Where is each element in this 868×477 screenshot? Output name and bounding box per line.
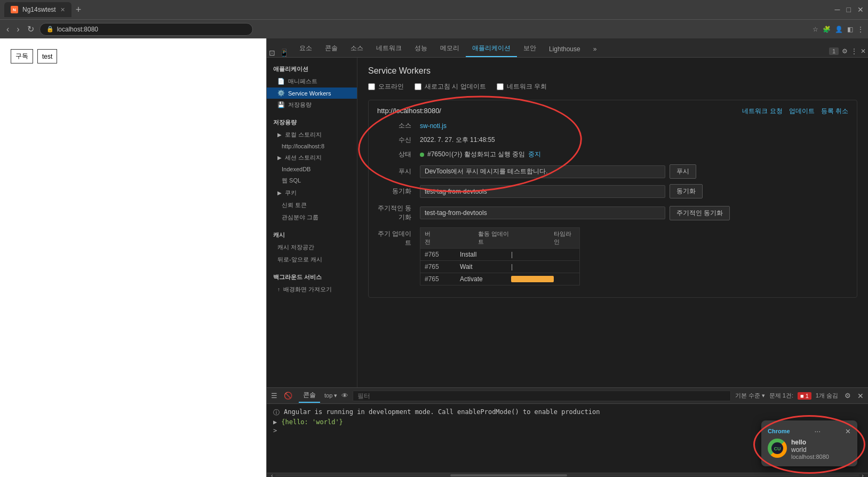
back-button[interactable]: ‹ [4, 22, 11, 36]
sw-periodic-sync-input[interactable] [420, 206, 665, 219]
refresh-button[interactable]: ↻ [25, 22, 36, 36]
devtools-close-icon[interactable]: ✕ [861, 47, 866, 55]
sidebar-localhost-entry[interactable]: http://localhost:8 [267, 141, 357, 152]
subscribe-button[interactable]: 구독 [11, 49, 33, 63]
sw-periodic-sync-button[interactable]: 주기적인 동기화 [670, 206, 730, 220]
devtools-settings-icon[interactable]: ⚙ [842, 47, 848, 55]
tab-lighthouse[interactable]: Lighthouse [543, 42, 587, 57]
test-button[interactable]: test [37, 49, 57, 63]
console-filter-input[interactable] [353, 391, 730, 401]
scroll-left-arrow[interactable]: ‹ [269, 472, 275, 478]
side-panel-icon[interactable]: ◧ [847, 26, 853, 33]
offline-option[interactable]: 오프라인 [368, 82, 404, 91]
table-row: #765 Activate [420, 273, 579, 285]
network-bypass-option[interactable]: 네트워크 우회 [497, 82, 547, 91]
sidebar-bfcache[interactable]: 뒤로-앞으로 캐시 [267, 253, 357, 266]
tab-console[interactable]: 콘솔 [318, 41, 344, 57]
sidebar-websql-label: 웹 SQL [282, 177, 301, 185]
horizontal-scrollbar[interactable]: ‹ › [267, 473, 868, 477]
sidebar-section-cache: 캐시 [267, 228, 357, 241]
notification-menu-dots[interactable]: ··· [814, 427, 821, 435]
sidebar-bg-fetch[interactable]: ↑ 배경화면 가져오기 [267, 283, 357, 296]
sw-received-label: 수신 [377, 136, 420, 145]
scroll-right-arrow[interactable]: › [859, 472, 866, 478]
sidebar-websql[interactable]: 웹 SQL [267, 174, 357, 187]
issues-count-badge[interactable]: ■ 1 [798, 392, 811, 400]
network-bypass-label: 네트워크 우회 [507, 82, 547, 91]
device-icon[interactable]: 📱 [280, 49, 289, 57]
inspect-icon[interactable]: ⊡ [269, 49, 275, 57]
sw-sync-button[interactable]: 동기화 [670, 184, 703, 198]
sidebar-indexeddb[interactable]: IndexedDB [267, 164, 357, 174]
sidebar-local-storage[interactable]: ▶ 로컬 스토리지 [267, 129, 357, 141]
minimize-icon[interactable]: ─ [835, 5, 840, 14]
log-level-selector[interactable]: 기본 수준 ▾ [735, 392, 765, 400]
devtools-tabs: ⊡ 📱 요소 콘솔 소스 네트워크 성능 메모리 애플리케이션 보안 Light… [267, 38, 868, 58]
browser-tab[interactable]: N Ng14swtest ✕ [4, 2, 71, 17]
console-clear-button[interactable]: 🚫 [282, 391, 294, 401]
console-expand-arrow[interactable]: ▶ [273, 418, 277, 426]
unregister-link[interactable]: 등록 취소 [821, 107, 848, 116]
notification-app-icon: CU [768, 439, 787, 458]
sidebar-indexeddb-label: IndexedDB [282, 166, 310, 172]
sidebar-interest-groups[interactable]: 관심분야 그룹 [267, 211, 357, 224]
sidebar-bfcache-label: 뒤로-앞으로 캐시 [277, 256, 322, 264]
close-window-icon[interactable]: ✕ [857, 5, 864, 14]
reload-option[interactable]: 새로고침 시 업데이트 [415, 82, 486, 91]
sidebar-trust-tokens[interactable]: 신뢰 토큰 [267, 199, 357, 211]
maximize-icon[interactable]: □ [847, 5, 851, 14]
devtools-sidebar: 애플리케이션 📄 매니페스트 ⚙️ Service Workers 💾 저장용량… [267, 58, 357, 387]
sw-push-input[interactable] [420, 165, 665, 178]
sidebar-session-storage[interactable]: ▶ 세션 스토리지 [267, 152, 357, 164]
network-request-link[interactable]: 네트워크 요청 [742, 107, 782, 116]
table-row: #765 Install | [420, 248, 579, 260]
sidebar-item-storage[interactable]: 💾 저장용량 [267, 99, 357, 111]
devtools-more-icon[interactable]: ⋮ [851, 47, 857, 55]
update-link[interactable]: 업데이트 [789, 107, 815, 116]
bg-arrow: ↑ [277, 287, 280, 292]
tab-elements[interactable]: 요소 [293, 41, 318, 57]
offline-checkbox[interactable] [368, 83, 375, 90]
tab-more[interactable]: » [587, 42, 603, 57]
eye-icon[interactable]: 👁 [341, 392, 348, 400]
console-sidebar-toggle[interactable]: ☰ [271, 392, 277, 400]
issues-count-label: 문제 1건: [769, 392, 793, 400]
tab-application[interactable]: 애플리케이션 [466, 41, 517, 57]
issues-badge[interactable]: 1 [829, 47, 839, 55]
tab-memory[interactable]: 메모리 [434, 41, 466, 57]
sw-source-link[interactable]: sw-noti.js [420, 122, 447, 130]
sidebar-cookies[interactable]: ▶ 쿠키 [267, 187, 357, 199]
forward-button[interactable]: › [14, 22, 21, 36]
console-tab[interactable]: 콘솔 [299, 388, 320, 403]
console-log-line: ⓘ Angular is running in development mode… [273, 408, 862, 417]
sw-stop-link[interactable]: 중지 [528, 150, 541, 159]
profile-icon[interactable]: 👤 [835, 26, 843, 33]
tab-close-button[interactable]: ✕ [60, 6, 65, 13]
console-settings-icon[interactable]: ⚙ [842, 391, 853, 401]
devtools-right-controls: 1 ⚙ ⋮ ✕ [829, 47, 866, 57]
sidebar-item-service-workers[interactable]: ⚙️ Service Workers [267, 88, 357, 99]
reload-label: 새로고침 시 업데이트 [425, 82, 486, 91]
tab-performance[interactable]: 성능 [408, 41, 434, 57]
reload-checkbox[interactable] [415, 83, 421, 90]
new-tab-button[interactable]: + [76, 4, 82, 15]
service-workers-panel: Service Workers 오프라인 새로고침 시 업데이트 [357, 58, 868, 306]
tab-network[interactable]: 네트워크 [370, 41, 408, 57]
extensions-icon[interactable]: 🧩 [823, 26, 831, 33]
sw-push-button[interactable]: 푸시 [670, 164, 696, 179]
sidebar-cache-storage[interactable]: 캐시 저장공간 [267, 241, 357, 253]
address-bar[interactable]: 🔒 localhost:8080 [39, 23, 253, 36]
bookmark-icon[interactable]: ☆ [813, 26, 818, 33]
sw-status-row: 상태 #7650이(가) 활성화되고 실행 중임 중지 [377, 150, 848, 159]
notification-close-button[interactable]: ✕ [845, 427, 851, 435]
row1-action: Install [460, 251, 503, 258]
sidebar-item-manifest[interactable]: 📄 매니페스트 [267, 75, 357, 88]
tab-sources[interactable]: 소스 [344, 41, 370, 57]
sw-sync-input[interactable] [420, 185, 665, 198]
tab-security[interactable]: 보안 [517, 41, 543, 57]
network-bypass-checkbox[interactable] [497, 83, 504, 90]
top-selector[interactable]: top ▾ [324, 392, 337, 399]
more-icon[interactable]: ⋮ [857, 26, 864, 33]
console-close-button[interactable]: ✕ [857, 392, 864, 400]
console-prompt-symbol: > [273, 427, 277, 434]
